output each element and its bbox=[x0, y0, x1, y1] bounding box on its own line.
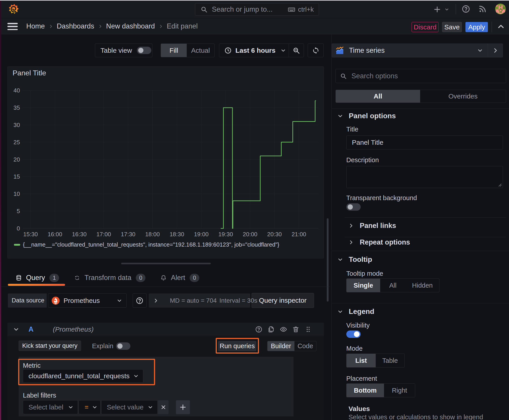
panel-resize-handle[interactable] bbox=[121, 263, 211, 264]
legend-visibility-toggle[interactable] bbox=[346, 330, 361, 338]
visualization-value: Time series bbox=[349, 46, 477, 54]
fill-option[interactable]: Fill bbox=[161, 44, 187, 57]
datasource-help-button[interactable] bbox=[133, 293, 146, 308]
grafana-logo-icon[interactable] bbox=[8, 4, 19, 14]
time-range-picker[interactable]: Last 6 hours bbox=[219, 44, 289, 57]
keyboard-shortcut-hint: ctrl+k bbox=[288, 6, 314, 13]
kick-start-query-button[interactable]: Kick start your query bbox=[19, 341, 81, 351]
help-icon[interactable] bbox=[461, 5, 471, 14]
time-series-viz-icon bbox=[335, 46, 344, 55]
tab-overrides[interactable]: Overrides bbox=[420, 90, 506, 103]
actual-option[interactable]: Actual bbox=[187, 44, 214, 57]
refresh-icon bbox=[312, 46, 320, 54]
tooltip-hidden-option[interactable]: Hidden bbox=[406, 279, 439, 292]
add-new-button[interactable] bbox=[433, 5, 449, 14]
section-legend[interactable]: Legend bbox=[337, 307, 374, 316]
duplicate-query-icon[interactable] bbox=[267, 326, 275, 333]
builder-option[interactable]: Builder bbox=[267, 341, 295, 351]
select-label-dropdown[interactable]: Select label bbox=[23, 400, 78, 414]
user-avatar[interactable] bbox=[495, 4, 506, 14]
chevron-down-icon bbox=[92, 404, 98, 410]
operator-dropdown[interactable]: = bbox=[79, 400, 100, 414]
query-options-summary[interactable]: MD = auto = 704 Interval = 30s bbox=[149, 293, 250, 308]
toggle-visibility-icon[interactable] bbox=[280, 326, 287, 333]
legend-mode-list[interactable]: List bbox=[347, 354, 376, 367]
svg-text:15:30: 15:30 bbox=[23, 231, 38, 238]
viz-suggestions-button[interactable] bbox=[488, 44, 503, 57]
active-tab-underline bbox=[8, 284, 65, 286]
visualization-select[interactable]: Time series bbox=[332, 44, 488, 57]
global-search-input[interactable]: Search or jump to... ctrl+k bbox=[195, 3, 319, 16]
transform-icon bbox=[74, 275, 80, 281]
time-range-controls: Last 6 hours bbox=[219, 44, 304, 57]
svg-text:30: 30 bbox=[14, 122, 20, 128]
add-filter-button[interactable] bbox=[176, 400, 190, 414]
delete-query-icon[interactable] bbox=[292, 326, 300, 333]
data-source-picker[interactable]: Prometheus bbox=[48, 293, 127, 308]
tooltip-single-option[interactable]: Single bbox=[347, 279, 380, 292]
news-rss-icon[interactable] bbox=[478, 5, 487, 14]
breadcrumb-new-dashboard[interactable]: New dashboard bbox=[106, 22, 155, 30]
svg-text:16:30: 16:30 bbox=[72, 231, 87, 238]
options-filter-tabs: All Overrides bbox=[335, 90, 506, 103]
transparent-background-toggle[interactable] bbox=[346, 203, 361, 211]
breadcrumb-home[interactable]: Home bbox=[26, 22, 45, 30]
chevron-down-icon bbox=[13, 326, 20, 333]
svg-text:20:00: 20:00 bbox=[243, 231, 258, 238]
panel-title-input[interactable]: Panel Title bbox=[346, 135, 503, 150]
refresh-button[interactable] bbox=[308, 44, 324, 57]
tab-query[interactable]: Query 1 bbox=[8, 274, 66, 282]
search-placeholder: Search or jump to... bbox=[212, 5, 288, 14]
chevron-down-icon bbox=[337, 113, 343, 119]
query-inspector-button[interactable]: Query inspector bbox=[251, 293, 314, 308]
tab-alert[interactable]: Alert 0 bbox=[153, 274, 207, 282]
apply-button[interactable]: Apply bbox=[465, 22, 488, 32]
discard-button[interactable]: Discard bbox=[412, 22, 439, 32]
bell-icon bbox=[160, 275, 167, 281]
search-options-input[interactable]: Search options bbox=[335, 69, 506, 83]
plus-icon bbox=[179, 403, 187, 411]
breadcrumb-separator-icon bbox=[159, 24, 163, 29]
tooltip-all-option[interactable]: All bbox=[380, 279, 406, 292]
svg-text:15: 15 bbox=[14, 173, 20, 180]
select-value-dropdown[interactable]: Select value bbox=[101, 400, 158, 414]
svg-text:0: 0 bbox=[17, 225, 20, 232]
section-panel-options[interactable]: Panel options bbox=[337, 112, 396, 120]
scrollbar-thumb[interactable] bbox=[327, 218, 328, 301]
menu-hamburger-icon[interactable] bbox=[8, 22, 18, 30]
breadcrumb-dashboards[interactable]: Dashboards bbox=[57, 22, 94, 30]
section-panel-links[interactable]: Panel links bbox=[348, 222, 396, 230]
query-help-icon[interactable] bbox=[255, 326, 263, 333]
search-icon bbox=[340, 73, 347, 80]
chevron-down-icon bbox=[68, 404, 74, 410]
svg-text:20: 20 bbox=[14, 156, 20, 163]
tab-transform-data[interactable]: Transform data 0 bbox=[66, 274, 153, 282]
section-repeat-options[interactable]: Repeat options bbox=[348, 238, 410, 246]
chart-legend[interactable]: {__name__="cloudflared_tunnel_total_requ… bbox=[14, 241, 279, 248]
close-icon bbox=[160, 404, 167, 411]
code-option[interactable]: Code bbox=[295, 341, 316, 351]
tab-all[interactable]: All bbox=[336, 90, 420, 103]
tooltip-mode-label: Tooltip mode bbox=[346, 270, 383, 277]
drag-handle-icon[interactable] bbox=[304, 326, 312, 333]
legend-mode-table[interactable]: Table bbox=[376, 354, 404, 367]
chevron-right-icon bbox=[492, 47, 499, 54]
query-row-header[interactable]: A (Prometheus) bbox=[8, 323, 324, 336]
chevron-down-icon bbox=[280, 48, 286, 53]
table-view-toggle[interactable] bbox=[137, 47, 151, 54]
placement-bottom[interactable]: Bottom bbox=[347, 384, 384, 397]
sidebar-divider bbox=[332, 109, 509, 109]
remove-filter-button[interactable] bbox=[158, 400, 168, 414]
legend-placement-group: Bottom Right bbox=[346, 383, 415, 397]
explain-toggle[interactable] bbox=[116, 342, 130, 350]
breadcrumb-separator-icon bbox=[48, 24, 53, 29]
query-ref-id: A bbox=[29, 325, 33, 333]
chevron-down-icon bbox=[116, 298, 122, 304]
collapse-chevron-up-icon[interactable] bbox=[496, 22, 505, 31]
save-button[interactable]: Save bbox=[442, 22, 462, 32]
section-tooltip[interactable]: Tooltip bbox=[337, 255, 372, 264]
description-textarea[interactable] bbox=[346, 166, 503, 188]
zoom-out-button[interactable] bbox=[289, 44, 304, 57]
resize-handle-icon[interactable] bbox=[498, 183, 502, 187]
placement-right[interactable]: Right bbox=[384, 384, 415, 397]
